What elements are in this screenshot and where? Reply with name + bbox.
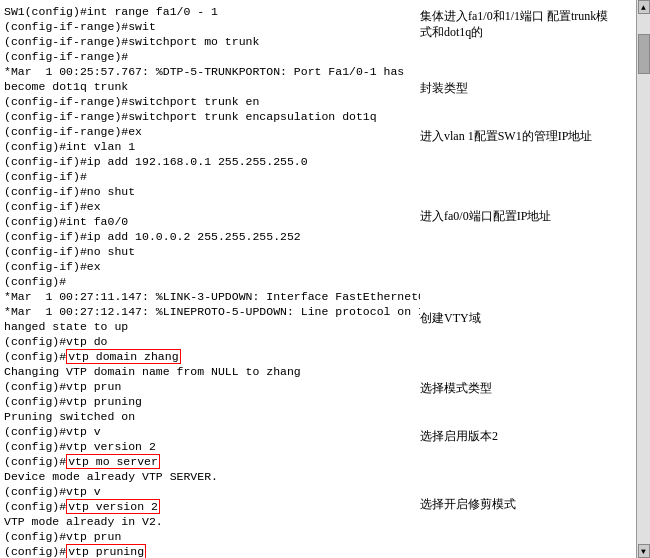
annotations-area: 集体进入fa1/0和1/1端口 配置trunk模式和dot1q的封装类型进入vl…	[420, 0, 630, 558]
terminal-line: hanged state to up	[4, 319, 416, 334]
terminal-line: become dot1q trunk	[4, 79, 416, 94]
terminal-line: (config-if)#ip add 10.0.0.2 255.255.255.…	[4, 229, 416, 244]
scroll-up-arrow[interactable]: ▲	[638, 0, 650, 14]
terminal-line: (config-if)#no shut	[4, 244, 416, 259]
terminal-line: (config)#vtp domain zhang	[4, 349, 416, 364]
scrollbar-thumb[interactable]	[638, 34, 650, 74]
terminal-line: (config-if-range)#ex	[4, 124, 416, 139]
terminal-line: (config)#vtp prun	[4, 379, 416, 394]
terminal-line: (config)#int fa0/0	[4, 214, 416, 229]
terminal-line: (config-if)#ex	[4, 259, 416, 274]
terminal-line: VTP mode already in V2.	[4, 514, 416, 529]
terminal-line: (config-if-range)#switchport trunk encap…	[4, 109, 416, 124]
scrollbar[interactable]: ▲ ▼	[636, 0, 650, 558]
terminal-line: (config)#	[4, 274, 416, 289]
annotation-ann7: 选择启用版本2	[420, 428, 620, 444]
highlighted-command: vtp mo server	[66, 454, 160, 469]
terminal-line: Device mode already VTP SERVER.	[4, 469, 416, 484]
terminal-line: Pruning switched on	[4, 409, 416, 424]
annotation-ann1: 集体进入fa1/0和1/1端口 配置trunk模式和dot1q的	[420, 8, 620, 40]
main-content: SW1(config)#int range fa1/0 - 1(config-i…	[0, 0, 636, 558]
terminal-area: SW1(config)#int range fa1/0 - 1(config-i…	[0, 0, 420, 558]
terminal-line: (config)#vtp v	[4, 424, 416, 439]
terminal-line: (config-if-range)#switchport trunk en	[4, 94, 416, 109]
terminal-line: Changing VTP domain name from NULL to zh…	[4, 364, 416, 379]
terminal-line: (config-if-range)#switchport mo trunk	[4, 34, 416, 49]
terminal-line: (config)#vtp do	[4, 334, 416, 349]
annotation-ann8: 选择开启修剪模式	[420, 496, 620, 512]
terminal-line: SW1(config)#int range fa1/0 - 1	[4, 4, 416, 19]
terminal-line: *Mar 1 00:25:57.767: %DTP-5-TRUNKPORTON:…	[4, 64, 416, 79]
scroll-down-arrow[interactable]: ▼	[638, 544, 650, 558]
terminal-line: *Mar 1 00:27:11.147: %LINK-3-UPDOWN: Int…	[4, 289, 416, 304]
highlighted-command: vtp domain zhang	[66, 349, 180, 364]
annotation-ann6: 选择模式类型	[420, 380, 620, 396]
highlighted-command: vtp pruning	[66, 544, 146, 558]
terminal-line: (config-if-range)#	[4, 49, 416, 64]
highlighted-command: vtp version 2	[66, 499, 160, 514]
terminal-line: *Mar 1 00:27:12.147: %LINEPROTO-5-UPDOWN…	[4, 304, 416, 319]
terminal-line: (config-if)#ex	[4, 199, 416, 214]
terminal-line: (config)#vtp version 2	[4, 499, 416, 514]
terminal-line: (config)#vtp pruning	[4, 394, 416, 409]
terminal-line: (config-if-range)#swit	[4, 19, 416, 34]
annotation-ann3: 进入vlan 1配置SW1的管理IP地址	[420, 128, 620, 144]
terminal-line: (config)#vtp version 2	[4, 439, 416, 454]
terminal-line: (config-if)#	[4, 169, 416, 184]
terminal-line: (config)#vtp prun	[4, 529, 416, 544]
terminal-line: (config-if)#no shut	[4, 184, 416, 199]
terminal-line: (config)#vtp v	[4, 484, 416, 499]
terminal-line: (config)#vtp mo server	[4, 454, 416, 469]
annotation-ann4: 进入fa0/0端口配置IP地址	[420, 208, 620, 224]
terminal-line: (config-if)#ip add 192.168.0.1 255.255.2…	[4, 154, 416, 169]
annotation-ann5: 创建VTY域	[420, 310, 620, 326]
terminal-line: (config)#int vlan 1	[4, 139, 416, 154]
annotation-ann2: 封装类型	[420, 80, 620, 96]
terminal-line: (config)#vtp pruning	[4, 544, 416, 558]
